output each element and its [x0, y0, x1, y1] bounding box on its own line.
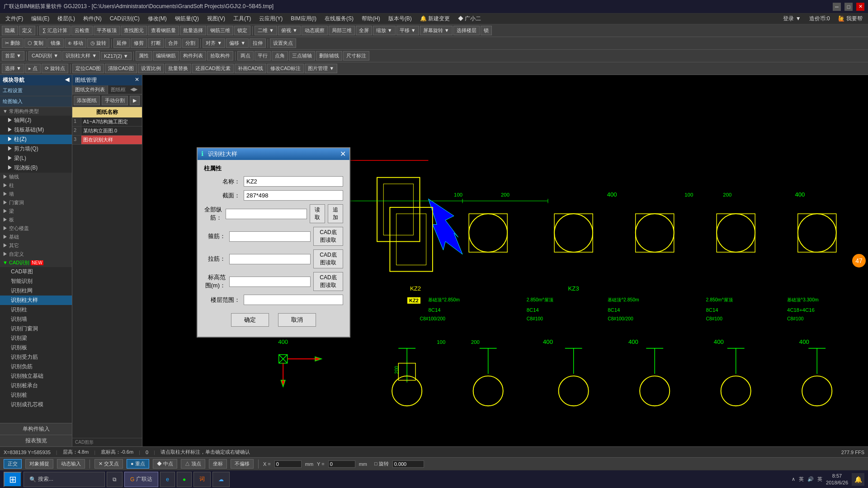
single-comp-input[interactable]: 单构件输入 [0, 423, 72, 435]
menu-edit[interactable]: 编辑(E) [28, 14, 53, 23]
minimize-button[interactable]: ─ [833, 3, 841, 11]
toolbar-screen-rotate[interactable]: 屏幕旋转 ▼ [420, 26, 453, 35]
menu-cloud[interactable]: 云应用(Y) [255, 14, 286, 23]
toolbar-del-aux[interactable]: 删除辅线 [316, 51, 342, 61]
drawing-row-3[interactable]: 3 图在识别大样 [72, 136, 142, 145]
sidebar-collapse[interactable]: ◀ [65, 76, 69, 83]
sidebar-item-id-doorwin[interactable]: 识别门窗洞 [0, 324, 72, 333]
dialog-cancel-button[interactable]: 取消 [278, 313, 316, 327]
toolbar-mirror[interactable]: 镜像 [47, 38, 64, 48]
close-button[interactable]: ✕ [856, 3, 864, 11]
panel-close-icon[interactable]: ✕ [135, 76, 139, 84]
toolbar-parallel[interactable]: 平行 [255, 51, 271, 61]
sidebar-item-id-pile-cap[interactable]: 识别桩承台 [0, 381, 72, 390]
x-input[interactable] [274, 460, 302, 468]
toolbar-lock[interactable]: 锁定 [234, 26, 250, 35]
identify-dialog[interactable]: ℹ 识别柱大样 ✕ 柱属性 名称： 截面： 全部 [197, 147, 350, 338]
y-input[interactable] [328, 460, 355, 468]
toolbar-rebar-qty[interactable]: 查看钢筋量 [148, 26, 179, 35]
toolbar-offset[interactable]: 偏移 ▼ [226, 38, 249, 48]
btn-cad-read-tie[interactable]: CAD底图读取 [313, 249, 343, 268]
snap-vertex[interactable]: △ 顶点 [181, 459, 205, 469]
toolbar-rotate[interactable]: ◷ 旋转 [87, 38, 109, 48]
tray-vol[interactable]: 🔊 [807, 476, 814, 482]
toolbar-lock2[interactable]: 锁 [481, 26, 492, 35]
expand-btn[interactable]: ▶ [130, 96, 140, 105]
menu-file[interactable]: 文件(F) [2, 14, 27, 23]
sidebar-item-id-force[interactable]: 识别受力筋 [0, 352, 72, 362]
tree-group-custom[interactable]: ▶ 自定义 [0, 250, 72, 258]
sidebar-item-beam[interactable]: ▶ 梁(L) [0, 154, 72, 163]
toolbar-select-layer[interactable]: 选择楼层 [453, 26, 480, 35]
menu-help2[interactable]: 🙋 我要帮 [835, 14, 866, 23]
row-name-2[interactable]: 某结构立面图.0 [81, 127, 142, 135]
toolbar-select-mode[interactable]: 选择 ▼ [2, 64, 24, 73]
manual-split-btn[interactable]: 手动分割 [102, 96, 128, 105]
input-floor[interactable] [244, 295, 343, 305]
tab-drawing-list[interactable]: 图纸文件列表 [72, 85, 108, 94]
toolbar-set-scale[interactable]: 设置比例 [138, 64, 164, 73]
input-section[interactable] [244, 190, 343, 201]
tree-group-axis[interactable]: ▶ 轴线 [0, 173, 72, 181]
toolbar-sum[interactable]: ∑ 汇总计算 [39, 26, 71, 35]
toolbar-cad-identify[interactable]: CAD识别 ▼ [28, 51, 61, 61]
menu-rebar[interactable]: 钢筋量(Q) [171, 14, 203, 23]
menu-score[interactable]: 造价币:0 [806, 14, 834, 23]
input-elevation[interactable] [229, 277, 311, 287]
sidebar-item-smart-id[interactable]: 智能识别 [0, 277, 72, 286]
sidebar-item-id-col-grid[interactable]: 识别柱网 [0, 286, 72, 296]
toolbar-img-mgr[interactable]: 图片管理 ▼ [305, 64, 337, 73]
report-preview[interactable]: 报表预览 [0, 435, 72, 446]
toolbar-kz17[interactable]: KZ17(2) ▼ [101, 52, 132, 60]
menu-bim[interactable]: BIM应用(I) [287, 14, 320, 23]
tree-group-col[interactable]: ▶ 柱 [0, 181, 72, 190]
toolbar-find[interactable]: 查找图元 [121, 26, 147, 35]
snap-object[interactable]: 对象捕捉 [25, 459, 53, 469]
input-name[interactable] [244, 176, 343, 187]
toolbar-copy[interactable]: ⬡ 复制 [24, 38, 47, 48]
dialog-ok-button[interactable]: 确定 [231, 313, 269, 327]
btn-read[interactable]: 读取 [310, 204, 325, 223]
tree-group-hollow[interactable]: ▶ 空心楼盖 [0, 224, 72, 233]
toolbar-modify-cad-ann[interactable]: 修改CAD标注 [267, 64, 304, 73]
taskbar-ie[interactable]: e [160, 472, 175, 487]
toolbar-break[interactable]: 打断 [148, 38, 164, 48]
maximize-button[interactable]: □ [844, 3, 853, 11]
toolbar-restore-cad[interactable]: 还原CAD图元素 [192, 64, 234, 73]
tree-group-slab2[interactable]: ▶ 板 [0, 216, 72, 224]
snap-dynamic[interactable]: 动态输入 [57, 459, 85, 469]
toolbar-local-3d[interactable]: 局部三维 [329, 26, 355, 35]
project-settings[interactable]: 工程设置 [0, 85, 72, 96]
toolbar-dim[interactable]: 尺寸标注 [343, 51, 369, 61]
toolbar-pt[interactable]: ▸ 点 [25, 64, 41, 73]
toolbar-batch-replace[interactable]: 批量替换 [165, 64, 191, 73]
toolbar-merge[interactable]: 合并 [165, 38, 181, 48]
toolbar-2d[interactable]: 二维 ▼ [255, 26, 277, 35]
menu-assistant[interactable]: ◆ 广小二 [454, 14, 485, 23]
sidebar-item-slab[interactable]: ▶ 现浇板(B) [0, 163, 72, 173]
snap-endpoint[interactable]: ● 重点 [127, 459, 149, 469]
toolbar-attr[interactable]: 属性 [136, 51, 152, 61]
toolbar-rotate-pt[interactable]: ⟳ 旋转点 [42, 64, 68, 73]
tab-drawing-frame[interactable]: 图纸框 [108, 85, 128, 94]
toolbar-align[interactable]: 对齐 ▼ [203, 38, 225, 48]
tray-arrow[interactable]: ∧ [792, 476, 795, 482]
toolbar-draw-cad-line[interactable]: 补画CAD线 [235, 64, 266, 73]
toolbar-trim[interactable]: 修剪 [131, 38, 147, 48]
menu-help[interactable]: 帮助(H) [358, 14, 384, 23]
toolbar-hide[interactable]: 隐藏 [2, 26, 18, 35]
btn-cad-read-stirrup[interactable]: CAD底图读取 [313, 227, 343, 246]
snap-midpoint[interactable]: ◆ 中点 [153, 459, 177, 469]
menu-component[interactable]: 构件(N) [80, 14, 105, 23]
toolbar-pos-cad[interactable]: 定位CAD图 [72, 64, 104, 73]
sidebar-item-shear-wall[interactable]: ▶ 剪力墙(Q) [0, 144, 72, 154]
toolbar-two-pts[interactable]: 两点 [237, 51, 254, 61]
toolbar-flat[interactable]: 平移 ▼ [396, 26, 419, 35]
notification-button[interactable]: 🔔 [852, 473, 864, 486]
drawing-row-1[interactable]: 1 A1~A7结构施工图定 [72, 117, 142, 127]
btn-append[interactable]: 追加 [328, 204, 343, 223]
toolbar-view-menu[interactable]: 俯视 ▼ [278, 26, 301, 35]
toolbar-split[interactable]: 分割 [182, 38, 198, 48]
tree-group-window[interactable]: ▶ 门窗洞 [0, 198, 72, 207]
menu-modify[interactable]: 修改(M) [144, 14, 170, 23]
